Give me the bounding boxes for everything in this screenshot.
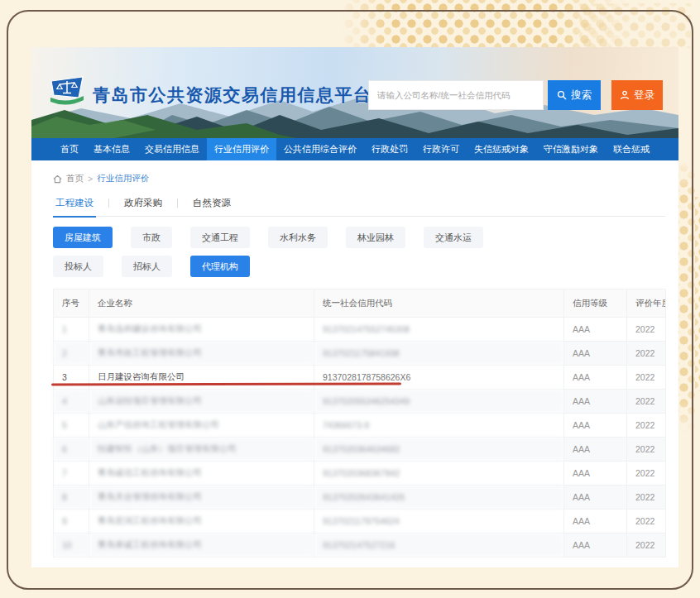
cell-index: 9 (54, 509, 89, 533)
filter-chip-category-6[interactable]: 交通水运 (424, 227, 483, 248)
cell-credit-grade: AAA (564, 533, 627, 557)
table-row[interactable]: 2青岛市政工程管理有限公司9137021175841938AAA2022 (54, 342, 666, 366)
cell-credit-code: 913702147527216 (314, 533, 564, 557)
cell-evaluation-year: 2022 (627, 533, 666, 557)
cell-credit-grade: AAA (564, 509, 627, 533)
table-row[interactable]: 5山东产信咨询工程管理有限公司74366673-9AAA2022 (54, 414, 666, 438)
nav-item-3[interactable]: 交易信用信息 (137, 138, 207, 160)
cell-credit-grade: AAA (564, 342, 627, 366)
cell-index: 4 (54, 390, 89, 414)
cell-company-name: 青岛诚信工程咨询有限公司 (89, 462, 314, 486)
site-logo-scales-icon (48, 75, 86, 110)
cell-company-name: 青岛迅和建设咨询有限公司 (89, 318, 314, 342)
nav-item-5[interactable]: 公共信用综合评价 (276, 138, 364, 160)
cell-credit-code: 9137020364634682 (314, 438, 564, 462)
cell-company-name: 青岛宏润工程咨询有限公司 (89, 509, 314, 533)
cell-evaluation-year: 2022 (627, 318, 666, 342)
filter-chip-category-2[interactable]: 市政 (131, 227, 172, 248)
cell-evaluation-year: 2022 (627, 390, 666, 414)
cell-company-name: 山东产信咨询工程管理有限公司 (89, 414, 314, 438)
table-row[interactable]: 9青岛宏润工程咨询有限公司9137021179754624AAA2022 (54, 509, 666, 533)
cell-credit-code: 91370202643641426 (314, 486, 564, 509)
dots-pattern-top (341, 0, 626, 48)
cell-credit-grade: AAA (564, 486, 627, 509)
cell-evaluation-year: 2022 (627, 438, 666, 462)
nav-item-6[interactable]: 行政处罚 (364, 138, 415, 160)
cell-company-name: 青岛天合管理咨询有限公司 (89, 486, 314, 509)
nav-item-9[interactable]: 守信激励对象 (536, 138, 606, 160)
cell-credit-grade: AAA (564, 414, 627, 438)
website-screenshot: 青岛市公共资源交易信用信息平台 搜索 登录 首页基本信息交易信用信息行业信用评价… (31, 47, 678, 567)
tab-separator (177, 199, 178, 208)
filter-chip-category-3[interactable]: 交通工程 (190, 227, 250, 248)
login-button[interactable]: 登录 (611, 80, 663, 110)
nav-item-4[interactable]: 行业信用评价 (207, 138, 276, 160)
nav-item-2[interactable]: 基本信息 (86, 138, 137, 160)
filter-chip-role-3[interactable]: 代理机构 (190, 256, 250, 277)
filter-chip-category-4[interactable]: 水利水务 (268, 227, 328, 248)
table-row[interactable]: 10青岛泰诚工程咨询有限公司913702147527216AAA2022 (54, 533, 666, 557)
role-filter-chips: 投标人招标人代理机构 (53, 256, 665, 277)
filter-chip-role-1[interactable]: 投标人 (53, 256, 103, 277)
cell-index: 2 (54, 342, 89, 366)
search-input[interactable] (368, 80, 544, 110)
cell-evaluation-year: 2022 (627, 342, 666, 366)
cell-credit-grade: AAA (564, 462, 627, 486)
cell-index: 1 (54, 318, 89, 342)
search-button-label: 搜索 (571, 89, 592, 103)
tab-2[interactable]: 政府采购 (122, 195, 165, 217)
cell-index: 7 (54, 462, 89, 486)
cell-index: 10 (54, 533, 89, 557)
filter-chip-role-2[interactable]: 招标人 (122, 256, 172, 277)
industry-filter-chips: 房屋建筑市政交通工程水利水务林业园林交通水运 (53, 227, 665, 248)
cell-credit-code: 74366673-9 (314, 414, 564, 438)
table-row[interactable]: 7青岛诚信工程咨询有限公司9137020368367842AAA2022 (54, 462, 666, 486)
breadcrumb: 首页 > 行业信用评价 (53, 173, 665, 184)
search-button[interactable]: 搜索 (548, 80, 601, 110)
cell-evaluation-year: 2022 (627, 366, 666, 390)
column-header-5: 评价年度 (627, 289, 666, 318)
home-icon (53, 175, 62, 184)
table-row[interactable]: 8青岛天合管理咨询有限公司91370202643641426AAA2022 (54, 486, 666, 509)
cell-credit-code: 9137020368367842 (314, 462, 564, 486)
tab-3[interactable]: 自然资源 (190, 195, 233, 217)
column-header-3: 统一社会信用代码 (314, 289, 564, 318)
table-row[interactable]: 4山东远恒项目管理有限公司913702055346254349AAA2022 (54, 390, 666, 414)
page-content: 首页 > 行业信用评价 工程建设政府采购自然资源 房屋建筑市政交通工程水利水务林… (31, 173, 678, 557)
nav-item-1[interactable]: 首页 (53, 138, 86, 160)
tab-separator (108, 199, 109, 208)
cell-credit-code: 9137021175841938 (314, 342, 564, 366)
filter-chip-category-5[interactable]: 林业园林 (346, 227, 405, 248)
cell-company-name: 山东远恒项目管理有限公司 (89, 390, 314, 414)
cell-company-name: 恒建智投（山东）项目管理有限公司 (89, 438, 314, 462)
table-header-row: 序号企业名称统一社会信用代码信用等级评价年度 (54, 289, 666, 318)
login-button-label: 登录 (634, 89, 654, 103)
cell-evaluation-year: 2022 (627, 509, 666, 533)
nav-item-7[interactable]: 行政许可 (415, 138, 467, 160)
cell-credit-code: 913702055346254349 (314, 390, 564, 414)
cell-credit-grade: AAA (564, 318, 627, 342)
nav-item-8[interactable]: 失信惩戒对象 (467, 138, 536, 160)
category-tabs: 工程建设政府采购自然资源 (53, 195, 665, 217)
user-icon (620, 90, 630, 100)
filter-chip-category-1[interactable]: 房屋建筑 (53, 227, 113, 248)
cell-credit-grade: AAA (564, 438, 627, 462)
nav-item-10[interactable]: 联合惩戒 (606, 138, 657, 160)
dots-pattern-edge (695, 197, 700, 391)
tab-1[interactable]: 工程建设 (53, 195, 96, 217)
column-header-1: 序号 (54, 289, 89, 318)
cell-credit-code: 9137028178758626X6 (314, 366, 564, 390)
table-body: 1青岛迅和建设咨询有限公司913702147552745308AAA20222青… (54, 318, 666, 557)
breadcrumb-home[interactable]: 首页 (66, 173, 84, 184)
cell-evaluation-year: 2022 (627, 414, 666, 438)
site-header-banner: 青岛市公共资源交易信用信息平台 搜索 登录 (31, 47, 678, 138)
cell-index: 5 (54, 414, 89, 438)
table-row[interactable]: 6恒建智投（山东）项目管理有限公司9137020364634682AAA2022 (54, 438, 666, 462)
table-row[interactable]: 1青岛迅和建设咨询有限公司913702147552745308AAA2022 (54, 318, 666, 342)
cell-company-name: 青岛泰诚工程咨询有限公司 (89, 533, 314, 557)
cell-index: 6 (54, 438, 89, 462)
column-header-4: 信用等级 (564, 289, 627, 318)
cell-credit-code: 913702147552745308 (314, 318, 564, 342)
search-icon (557, 90, 567, 100)
site-title: 青岛市公共资源交易信用信息平台 (93, 84, 372, 107)
